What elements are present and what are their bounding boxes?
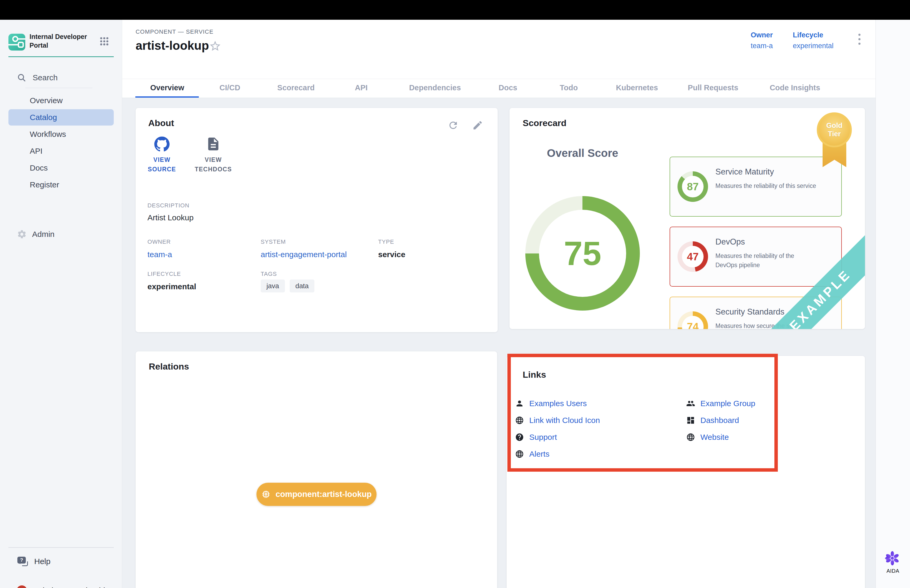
metric-card-devops[interactable]: 47 DevOps Measures the reliability of th… <box>669 227 842 287</box>
globe-icon <box>515 416 524 425</box>
tab-dependencies[interactable]: Dependencies <box>409 79 461 97</box>
link-example-group[interactable]: Example Group <box>686 398 755 409</box>
owner-field-value[interactable]: team-a <box>147 250 172 259</box>
right-rail <box>876 20 910 588</box>
sidebar-bottom-divider <box>8 547 114 548</box>
tab-kubernetes[interactable]: Kubernetes <box>616 79 658 97</box>
type-field-value: service <box>378 250 405 259</box>
lifecycle-meta: Lifecycle experimental <box>793 31 834 50</box>
aida-label: AIDA <box>884 568 902 574</box>
link-website[interactable]: Website <box>686 432 755 443</box>
search-icon <box>17 73 26 82</box>
lifecycle-label: Lifecycle <box>793 31 834 39</box>
aida-widget[interactable]: AIDA <box>884 550 902 574</box>
tab-todo[interactable]: Todo <box>560 79 578 97</box>
tab-pull-requests[interactable]: Pull Requests <box>688 79 738 97</box>
metric-card-service-maturity[interactable]: 87 Service Maturity Measures the reliabi… <box>669 157 842 216</box>
tab-docs[interactable]: Docs <box>499 79 517 97</box>
link-support[interactable]: Support <box>515 432 600 443</box>
refresh-icon[interactable] <box>448 120 459 131</box>
apps-grid-icon[interactable] <box>99 36 110 47</box>
globe-icon <box>515 449 524 459</box>
overall-score-label: Overall Score <box>525 147 640 160</box>
tab-code-insights[interactable]: Code Insights <box>769 79 820 97</box>
github-icon <box>154 136 170 152</box>
tag-chip-java[interactable]: java <box>261 279 285 292</box>
sidebar-item-api[interactable]: API <box>8 143 114 159</box>
group-icon <box>686 399 695 408</box>
link-cloud-icon[interactable]: Link with Cloud Icon <box>515 415 600 426</box>
metric-name: DevOps <box>715 237 745 247</box>
sidebar-item-catalog[interactable]: Catalog <box>8 109 114 126</box>
app-title: Internal Developer Portal <box>29 32 97 50</box>
edit-pencil-icon[interactable] <box>472 120 483 131</box>
help-label: Help <box>34 557 50 566</box>
favorite-star-icon[interactable] <box>209 40 221 52</box>
gear-icon <box>17 229 27 239</box>
sidebar-item-overview[interactable]: Overview <box>8 92 114 109</box>
sidebar-item-search[interactable]: Search <box>17 72 112 84</box>
overall-score-donut: 75 <box>525 196 640 310</box>
relation-node-component[interactable]: component:artist-lookup <box>257 483 377 506</box>
metric-description: Measures the reliability of this service <box>715 181 837 191</box>
document-icon <box>206 136 221 152</box>
tab-scorecard[interactable]: Scorecard <box>277 79 315 97</box>
tag-chip-data[interactable]: data <box>289 279 315 292</box>
links-title: Links <box>523 370 546 380</box>
owner-label: Owner <box>751 31 773 39</box>
links-right-column: Example Group Dashboard Website <box>686 398 755 443</box>
search-label: Search <box>33 73 58 82</box>
description-label: DESCRIPTION <box>147 202 189 209</box>
dashboard-icon <box>686 416 695 425</box>
sidebar-item-register[interactable]: Register <box>8 177 114 193</box>
sidebar-item-help[interactable]: ? Help <box>18 555 112 568</box>
service-maturity-donut: 87 <box>677 171 708 202</box>
overall-score-value: 75 <box>525 196 640 310</box>
link-examples-users[interactable]: Examples Users <box>515 398 600 409</box>
help-chat-icon: ? <box>18 557 28 566</box>
sidebar-item-workflows[interactable]: Workflows <box>8 126 114 142</box>
metric-description: Measures the reliability of the DevOps p… <box>715 251 837 270</box>
user-profile[interactable]: DP Debabrata Panigrahi <box>16 584 116 588</box>
badge-medal: Gold Tier <box>817 112 852 147</box>
tab-bar: Overview CI/CD Scorecard API Dependencie… <box>122 79 876 98</box>
person-icon <box>515 399 524 408</box>
avatar: DP <box>16 585 28 588</box>
view-techdocs-link[interactable]: VIEWTECHDOCS <box>189 136 237 174</box>
about-card: About VIEWSOURCE VIEWTECHDOCS DESCRIPTIO… <box>136 108 498 332</box>
metric-name: Service Maturity <box>715 167 774 177</box>
metric-name: Security Standards <box>715 307 784 317</box>
scorecard-card: Scorecard Overall Score 75 87 Service Ma… <box>509 108 865 329</box>
tab-overview[interactable]: Overview <box>150 79 184 97</box>
tab-api[interactable]: API <box>355 79 368 97</box>
admin-label: Admin <box>32 230 55 239</box>
gold-tier-badge: Gold Tier <box>817 112 852 168</box>
sidebar-item-admin[interactable]: Admin <box>17 228 112 241</box>
help-icon <box>515 433 524 442</box>
view-source-link[interactable]: VIEWSOURCE <box>138 136 186 174</box>
owner-meta[interactable]: Owner team-a <box>751 31 773 50</box>
devops-donut: 47 <box>677 241 708 272</box>
search-divider <box>25 88 92 88</box>
brand-divider <box>8 57 114 57</box>
link-alerts[interactable]: Alerts <box>515 449 600 459</box>
system-field-label: SYSTEM <box>261 239 286 245</box>
about-title: About <box>148 118 174 128</box>
lifecycle-field-value: experimental <box>147 282 196 291</box>
page-title: artist-lookup <box>136 39 209 53</box>
owner-value[interactable]: team-a <box>751 42 773 50</box>
active-tab-indicator <box>135 96 199 98</box>
sidebar-item-docs[interactable]: Docs <box>8 160 114 176</box>
relation-node-label: component:artist-lookup <box>275 489 372 499</box>
system-field-value[interactable]: artist-engagement-portal <box>261 250 347 259</box>
tags-field-label: TAGS <box>261 271 277 278</box>
type-field-label: TYPE <box>378 239 394 245</box>
description-value: Artist Lookup <box>147 213 194 222</box>
more-options-icon[interactable] <box>857 34 862 45</box>
portal-logo-icon[interactable] <box>8 34 25 50</box>
sidebar: Internal Developer Portal Search Overvie… <box>0 20 122 588</box>
globe-icon <box>686 433 695 442</box>
link-dashboard[interactable]: Dashboard <box>686 415 755 426</box>
tab-cicd[interactable]: CI/CD <box>220 79 241 97</box>
aida-flower-icon <box>884 550 902 566</box>
